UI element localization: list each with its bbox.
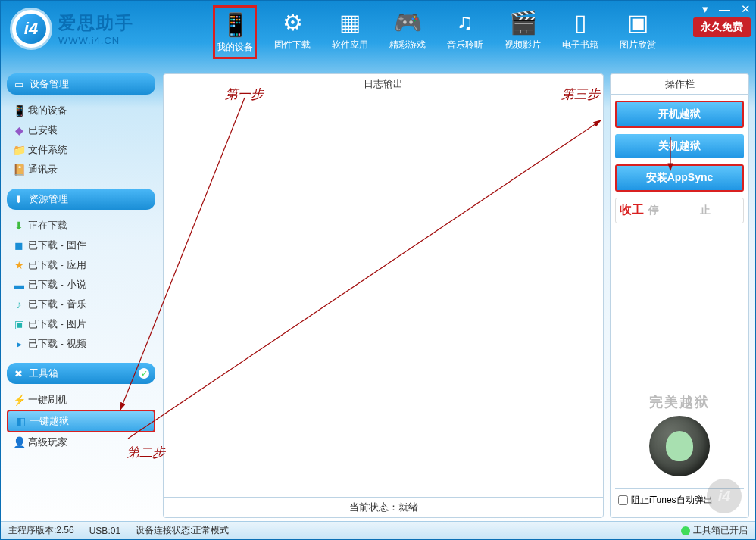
statusbar: 主程序版本:2.56 USB:01 设备连接状态:正常模式 工具箱已开启 [1, 521, 755, 539]
sidebar-item-已下载 - 小说[interactable]: ▬已下载 - 小说 [7, 275, 155, 295]
toolbar-icon: ♫ [450, 8, 480, 36]
toolbar-电子书籍[interactable]: ▯电子书籍 [558, 5, 602, 59]
sidebar-item-已安装[interactable]: ◆已安装 [7, 120, 155, 140]
usb-info: USB:01 [89, 526, 120, 536]
toolbar-icon: 🎮 [392, 8, 423, 36]
sidebar-item-icon: ▸ [13, 338, 25, 350]
content: 日志输出 当前状态：就绪 操作栏 开机越狱 关机越狱 安装AppSync 收工 … [163, 73, 749, 518]
log-body [164, 94, 603, 497]
status-line: 当前状态：就绪 [164, 497, 603, 517]
toolbar-视频影片[interactable]: 🎬视频影片 [501, 5, 545, 59]
sidebar-item-已下载 - 应用[interactable]: ★已下载 - 应用 [7, 255, 155, 275]
app-logo: i4 [10, 8, 52, 50]
sidebar-item-label: 已下载 - 应用 [28, 258, 86, 272]
sidebar-header-device[interactable]: ▭ 设备管理 [7, 73, 155, 95]
toolbar-软件应用[interactable]: ▦软件应用 [328, 5, 372, 59]
window-controls: ▾ — ✕ [702, 2, 751, 16]
free-badge: 永久免费 [693, 17, 751, 37]
sidebar-item-高级玩家[interactable]: 👤高级玩家 [7, 432, 155, 452]
version-info: 主程序版本:2.56 [8, 524, 74, 537]
sidebar-item-icon: ◧ [14, 415, 27, 427]
logo-text: i4 [16, 14, 46, 44]
sidebar-section-label: 资源管理 [29, 192, 68, 206]
sidebar-item-icon: ⚡ [13, 394, 25, 406]
sidebar-header-tools[interactable]: ✖ 工具箱 ✓ [7, 363, 155, 384]
sidebar-item-label: 已下载 - 图片 [28, 317, 86, 331]
close-icon[interactable]: ✕ [741, 2, 751, 16]
status-value: 就绪 [398, 501, 418, 513]
toolbar-图片欣赏[interactable]: ▣图片欣赏 [616, 5, 660, 59]
block-itunes-label: 阻止iTunes自动弹出 [631, 494, 713, 507]
check-icon: ✓ [139, 368, 149, 379]
sidebar-item-已下载 - 音乐[interactable]: ♪已下载 - 音乐 [7, 295, 155, 314]
sidebar-item-一键刷机[interactable]: ⚡一键刷机 [7, 390, 155, 410]
wrench-icon: ✖ [14, 368, 23, 379]
toolbar-label: 软件应用 [332, 39, 368, 52]
sidebar-item-label: 我的设备 [28, 104, 67, 117]
download-icon: ⬇ [14, 194, 23, 205]
sidebar-item-通讯录[interactable]: 📔通讯录 [7, 160, 155, 179]
sidebar-item-已下载 - 固件[interactable]: ◼已下载 - 固件 [7, 236, 155, 255]
sidebar-item-label: 通讯录 [28, 163, 58, 176]
status-prefix: 当前状态： [349, 501, 398, 513]
toolbar-固件下载[interactable]: ⚙固件下载 [270, 5, 314, 59]
sidebar-item-icon: 📱 [13, 105, 25, 117]
sidebar-items-device: 📱我的设备◆已安装📁文件系统📔通讯录 [7, 99, 155, 184]
sidebar-item-label: 一键越狱 [30, 414, 69, 428]
sidebar-item-label: 已下载 - 固件 [28, 239, 86, 252]
sidebar-item-icon: ♪ [13, 298, 25, 311]
sidebar-item-label: 正在下载 [28, 219, 67, 233]
sidebar-item-我的设备[interactable]: 📱我的设备 [7, 101, 155, 120]
sidebar-item-文件系统[interactable]: 📁文件系统 [7, 140, 155, 160]
apple-icon [666, 431, 693, 461]
finish-annotation: 收工 [620, 202, 644, 218]
watermark-icon: i4 [707, 479, 742, 513]
toolbar-label: 图片欣赏 [620, 39, 656, 52]
sidebar-item-一键越狱[interactable]: ◧一键越狱 [7, 410, 155, 432]
toolbar-icon: ▣ [623, 8, 653, 36]
install-appsync-button[interactable]: 安装AppSync [615, 164, 744, 192]
toolbar-我的设备[interactable]: 📱我的设备 [213, 5, 257, 59]
toolbar-label: 视频影片 [505, 39, 541, 52]
minimize-icon[interactable]: — [719, 2, 730, 16]
sidebar-item-正在下载[interactable]: ⬇正在下载 [7, 216, 155, 236]
toolbar-icon: 🎬 [508, 8, 538, 36]
sidebar-item-icon: ◆ [13, 124, 25, 136]
titlebar: i4 爱思助手 WWW.i4.CN ▾ — ✕ 永久免费 📱我的设备⚙固件下载▦… [1, 1, 755, 56]
sidebar-item-label: 已下载 - 视频 [28, 337, 86, 351]
app-url: WWW.i4.CN [58, 35, 134, 46]
sidebar-header-resource[interactable]: ⬇ 资源管理 [7, 189, 155, 210]
block-itunes-checkbox[interactable] [618, 495, 628, 505]
toolbar-音乐聆听[interactable]: ♫音乐聆听 [443, 5, 487, 59]
jailbreak-visual: 完美越狱 [615, 393, 744, 482]
sidebar-item-icon: ★ [13, 259, 25, 271]
sidebar-item-已下载 - 视频[interactable]: ▸已下载 - 视频 [7, 334, 155, 354]
sidebar-item-icon: 📁 [13, 144, 25, 156]
sidebar-item-icon: ▬ [13, 279, 25, 291]
shutdown-jailbreak-button[interactable]: 关机越狱 [615, 134, 744, 158]
toolbar-label: 音乐聆听 [447, 39, 483, 52]
top-toolbar: 📱我的设备⚙固件下载▦软件应用🎮精彩游戏♫音乐聆听🎬视频影片▯电子书籍▣图片欣赏 [213, 5, 660, 59]
toolbar-label: 固件下载 [274, 39, 311, 52]
sidebar-item-icon: ⬇ [13, 220, 25, 232]
tool-status: 工具箱已开启 [681, 524, 748, 537]
connection-info: 设备连接状态:正常模式 [136, 524, 229, 537]
device-icon: ▭ [14, 79, 23, 90]
toolbar-icon: ▯ [565, 8, 595, 36]
main-area: ▭ 设备管理 📱我的设备◆已安装📁文件系统📔通讯录 ⬇ 资源管理 ⬇正在下载◼已… [7, 73, 749, 518]
log-panel: 日志输出 当前状态：就绪 [163, 73, 604, 518]
ops-panel: 操作栏 开机越狱 关机越狱 安装AppSync 收工 停 止 完美越狱 阻止 [610, 73, 749, 518]
log-header: 日志输出 [164, 74, 603, 94]
toolbar-精彩游戏[interactable]: 🎮精彩游戏 [386, 5, 430, 59]
status-dot-icon [681, 526, 690, 535]
sidebar-item-label: 已下载 - 音乐 [28, 298, 86, 311]
sidebar-item-label: 文件系统 [28, 143, 67, 157]
sidebar-item-已下载 - 图片[interactable]: ▣已下载 - 图片 [7, 314, 155, 334]
sidebar-items-tools: ⚡一键刷机◧一键越狱👤高级玩家 [7, 389, 155, 457]
sidebar-item-label: 已安装 [28, 123, 58, 137]
sidebar-item-icon: 📔 [13, 164, 25, 176]
dropdown-icon[interactable]: ▾ [702, 2, 708, 16]
sidebar-item-icon: ◼ [13, 239, 25, 251]
sidebar-item-icon: 👤 [13, 436, 25, 448]
boot-jailbreak-button[interactable]: 开机越狱 [615, 101, 744, 128]
